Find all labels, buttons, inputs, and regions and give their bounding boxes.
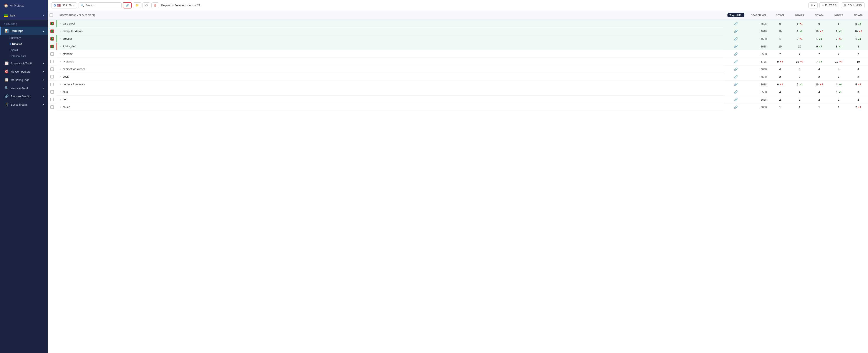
keyword-search-box[interactable]: 🔍 — [78, 2, 122, 8]
all-projects-link[interactable]: 🏠 All Projects — [0, 0, 48, 11]
expand-icon[interactable]: › — [60, 60, 61, 63]
expand-icon[interactable]: › — [60, 53, 61, 55]
sidebar-item-competitors[interactable]: 🎯 My Competitors ▾ — [0, 67, 48, 76]
sidebar-sub-summary[interactable]: Summary — [9, 35, 48, 41]
add-folder-icon: 📁 — [135, 4, 139, 7]
sidebar-item-marketing[interactable]: 📋 Marketing Plan ▾ — [0, 76, 48, 84]
sidebar-item-social[interactable]: 📱 Social Media ▾ — [0, 100, 48, 109]
expand-icon[interactable]: › — [60, 22, 61, 25]
toolbar-right: ⧉ ▾ ≡ FILTERS ⊞ COLUMNS — [808, 2, 865, 8]
expand-icon[interactable]: › — [60, 45, 61, 47]
keyword-text: cabinet for kitchen — [63, 67, 86, 71]
rank-value: 2 — [793, 98, 806, 101]
rank-cell: 10 — [848, 58, 868, 66]
rank-cell: 4 — [790, 88, 809, 96]
expand-icon[interactable]: › — [60, 98, 61, 101]
expand-icon[interactable]: › — [60, 30, 61, 32]
rank-value: 2 — [812, 98, 826, 101]
row-checkbox-cell — [48, 81, 57, 88]
checkbox-unchecked[interactable] — [51, 98, 54, 101]
usa-flag-icon: 🇺🇸 — [57, 4, 61, 7]
header-checkbox-cell[interactable] — [48, 11, 57, 20]
rank-value: 1 — [812, 106, 826, 109]
trash-icon: 🗑 — [154, 4, 157, 7]
expand-icon[interactable]: › — [60, 106, 61, 108]
expand-icon[interactable]: › — [60, 68, 61, 70]
expand-icon[interactable]: › — [60, 91, 61, 93]
sidebar-sub-overall[interactable]: Overall — [9, 47, 48, 53]
checkbox-unchecked[interactable] — [51, 67, 54, 71]
rank-up-indicator: ▲2 — [799, 30, 802, 33]
expand-icon[interactable]: › — [60, 75, 61, 78]
sidebar-item-rankings[interactable]: 📊 Rankings ▴ — [0, 27, 48, 35]
columns-button[interactable]: ⊞ COLUMNS — [841, 2, 865, 8]
target-url-link-icon[interactable]: 🔗 — [734, 37, 738, 40]
target-url-link-icon[interactable]: 🔗 — [734, 52, 738, 56]
rank-value: 1▲1 — [851, 37, 865, 40]
checkbox-unchecked[interactable] — [51, 60, 54, 63]
target-url-link-icon[interactable]: 🔗 — [734, 90, 738, 94]
checkbox-checked[interactable] — [51, 45, 54, 48]
target-url-cell: 🔗 — [724, 35, 748, 43]
rank-down-indicator: ▼1 — [780, 83, 783, 86]
target-url-link-icon[interactable]: 🔗 — [734, 105, 738, 109]
keyword-cell: ›tv stands — [57, 58, 724, 65]
rank-up-indicator: ▲1 — [858, 38, 861, 40]
sidebar-item-analytics[interactable]: 📈 Analytics & Traffic ▾ — [0, 59, 48, 67]
link-button[interactable]: 🔗 — [123, 2, 132, 8]
add-folder-button[interactable]: 📁 — [133, 2, 141, 8]
row-checkbox-cell — [48, 103, 57, 111]
checkbox-unchecked[interactable] — [51, 90, 54, 94]
tag-button[interactable]: 🏷 — [143, 2, 150, 8]
checkbox-checked[interactable] — [51, 22, 54, 25]
checkbox-checked[interactable] — [51, 30, 54, 33]
sidebar-item-backlink[interactable]: 🔗 Backlink Monitor ▾ — [0, 92, 48, 100]
keyword-text: sofa — [63, 90, 68, 94]
rank-value: 2 — [832, 75, 845, 78]
row-checkbox-cell — [48, 35, 57, 43]
audit-chevron-icon: ▾ — [43, 87, 44, 89]
rank-cell: 2 — [770, 96, 790, 103]
rank-cell: 4 — [770, 88, 790, 96]
competitors-icon: 🎯 — [5, 70, 8, 73]
rank-down-indicator: ▼1 — [799, 23, 802, 25]
target-url-cell: 🔗 — [724, 58, 748, 66]
checkbox-unchecked[interactable] — [51, 75, 54, 78]
sidebar-item-analytics-label: Analytics & Traffic — [11, 62, 33, 65]
keyword-text: tv stands — [63, 60, 74, 63]
expand-icon[interactable]: › — [60, 37, 61, 40]
delete-button[interactable]: 🗑 — [151, 2, 159, 8]
select-all-checkbox[interactable] — [50, 13, 53, 17]
keyword-cell: ›lighting led — [57, 43, 724, 50]
rank-value: 2 — [832, 98, 845, 101]
target-url-link-icon[interactable]: 🔗 — [734, 22, 738, 25]
expand-icon[interactable]: › — [60, 83, 61, 85]
checkbox-checked[interactable] — [51, 37, 54, 40]
home-icon: 🏠 — [4, 3, 8, 8]
target-url-link-icon[interactable]: 🔗 — [734, 45, 738, 48]
sidebar-sub-historical[interactable]: Historical data — [9, 53, 48, 59]
project-selector[interactable]: Ikea ▾ — [0, 11, 48, 20]
filters-button[interactable]: ≡ FILTERS — [819, 2, 839, 8]
sidebar-sub-detailed[interactable]: Detailed — [9, 41, 48, 47]
target-url-link-icon[interactable]: 🔗 — [734, 60, 738, 63]
sidebar-item-rankings-label: Rankings — [11, 29, 24, 33]
target-url-link-icon[interactable]: 🔗 — [734, 75, 738, 78]
rank-value: 7 — [773, 52, 787, 56]
search-input[interactable] — [85, 4, 119, 7]
copy-button[interactable]: ⧉ ▾ — [808, 2, 817, 8]
checkbox-unchecked[interactable] — [51, 82, 54, 86]
checkbox-unchecked[interactable] — [51, 105, 54, 109]
target-url-link-icon[interactable]: 🔗 — [734, 30, 738, 33]
rank-value: 4 — [773, 91, 787, 94]
chevron-down-icon: ▾ — [43, 14, 44, 17]
target-url-link-icon[interactable]: 🔗 — [734, 67, 738, 71]
country-selector[interactable]: G 🇺🇸 USA EN ▾ — [51, 2, 77, 8]
analytics-chevron-icon: ▾ — [43, 62, 44, 65]
target-url-link-icon[interactable]: 🔗 — [734, 98, 738, 101]
sidebar-item-audit[interactable]: 🔍 Website Audit ▾ — [0, 84, 48, 92]
rank-value: 1▲1 — [812, 37, 826, 40]
checkbox-unchecked[interactable] — [51, 52, 54, 56]
target-url-link-icon[interactable]: 🔗 — [734, 82, 738, 86]
rank-cell: 4 — [809, 66, 829, 73]
